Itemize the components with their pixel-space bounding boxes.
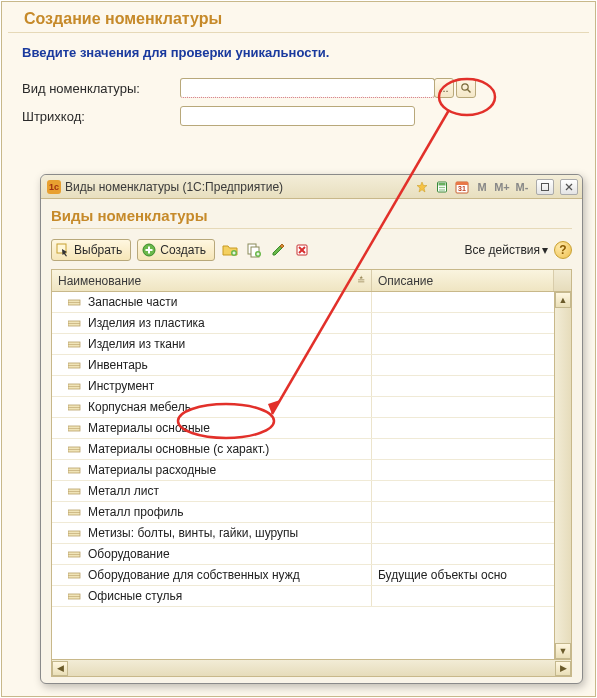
window-maximize-button[interactable] <box>536 179 554 195</box>
item-icon <box>68 549 82 559</box>
svg-rect-4 <box>439 183 446 186</box>
cell-desc <box>372 502 571 522</box>
window-titlebar[interactable]: 1c Виды номенклатуры (1С:Предприятие) 31… <box>41 175 582 199</box>
barcode-label: Штрихкод: <box>22 109 172 124</box>
cell-desc <box>372 376 571 396</box>
table-row[interactable]: Запасные части <box>52 292 571 313</box>
horizontal-scrollbar[interactable]: ◀ ▶ <box>52 659 571 676</box>
nomtype-select-button[interactable]: ... <box>434 78 454 98</box>
nomtype-input[interactable] <box>180 78 435 98</box>
scroll-down-arrow[interactable]: ▼ <box>555 643 571 659</box>
table-row[interactable]: Материалы расходные <box>52 460 571 481</box>
item-icon <box>68 507 82 517</box>
instruction-text: Введите значения для проверки уникальнос… <box>2 45 595 74</box>
favorite-icon[interactable] <box>414 179 430 195</box>
column-header-name[interactable]: Наименование ≛ <box>52 270 372 291</box>
cell-name: Оборудование <box>52 544 372 564</box>
svg-marker-2 <box>417 182 427 192</box>
scroll-corner <box>554 270 571 291</box>
plus-circle-icon <box>142 243 156 257</box>
item-icon <box>68 423 82 433</box>
table-row[interactable]: Инвентарь <box>52 355 571 376</box>
column-header-desc[interactable]: Описание <box>372 270 554 291</box>
nomtype-table: Наименование ≛ Описание Запасные частиИз… <box>51 269 572 677</box>
item-icon <box>68 528 82 538</box>
item-icon <box>68 570 82 580</box>
svg-point-8 <box>439 189 441 191</box>
item-icon <box>68 465 82 475</box>
nomtype-label: Вид номенклатуры: <box>22 81 172 96</box>
cell-name: Материалы основные <box>52 418 372 438</box>
table-row[interactable]: Оборудование <box>52 544 571 565</box>
item-icon <box>68 591 82 601</box>
cell-desc <box>372 544 571 564</box>
table-row[interactable]: Офисные стулья <box>52 586 571 607</box>
new-folder-button[interactable] <box>221 241 239 259</box>
cell-desc: Будущие объекты осно <box>372 565 571 585</box>
svg-point-6 <box>441 186 443 188</box>
cell-desc <box>372 586 571 606</box>
calculator-icon[interactable] <box>434 179 450 195</box>
cell-desc <box>372 460 571 480</box>
item-icon <box>68 360 82 370</box>
item-icon <box>68 339 82 349</box>
table-row[interactable]: Оборудование для собственных нуждБудущие… <box>52 565 571 586</box>
cell-name: Материалы расходные <box>52 460 372 480</box>
table-row[interactable]: Изделия из пластика <box>52 313 571 334</box>
scroll-right-arrow[interactable]: ▶ <box>555 661 571 676</box>
cell-name: Металл лист <box>52 481 372 501</box>
create-button-label: Создать <box>160 243 206 257</box>
cell-name: Изделия из ткани <box>52 334 372 354</box>
window-title: Виды номенклатуры (1С:Предприятие) <box>65 180 283 194</box>
sort-icon: ≛ <box>357 275 365 286</box>
window-close-button[interactable] <box>560 179 578 195</box>
table-row[interactable]: Металл профиль <box>52 502 571 523</box>
table-row[interactable]: Материалы основные (с характ.) <box>52 439 571 460</box>
table-row[interactable]: Материалы основные <box>52 418 571 439</box>
table-row[interactable]: Изделия из ткани <box>52 334 571 355</box>
nomtype-open-button[interactable] <box>456 78 476 98</box>
delete-button[interactable] <box>293 241 311 259</box>
svg-point-10 <box>443 189 445 191</box>
select-button-label: Выбрать <box>74 243 122 257</box>
item-icon <box>68 486 82 496</box>
create-button[interactable]: Создать <box>137 239 215 261</box>
svg-point-7 <box>443 186 445 188</box>
cell-name: Офисные стулья <box>52 586 372 606</box>
cell-name: Запасные части <box>52 292 372 312</box>
cell-name: Металл профиль <box>52 502 372 522</box>
table-row[interactable]: Метизы: болты, винты, гайки, шурупы <box>52 523 571 544</box>
scroll-up-arrow[interactable]: ▲ <box>555 292 571 308</box>
cell-desc <box>372 313 571 333</box>
cell-name: Инвентарь <box>52 355 372 375</box>
scroll-left-arrow[interactable]: ◀ <box>52 661 68 676</box>
help-button[interactable]: ? <box>554 241 572 259</box>
memory-m-button[interactable]: M <box>474 179 490 195</box>
item-icon <box>68 444 82 454</box>
cell-name: Инструмент <box>52 376 372 396</box>
edit-button[interactable] <box>269 241 287 259</box>
cell-desc <box>372 418 571 438</box>
barcode-input[interactable] <box>180 106 415 126</box>
cell-desc <box>372 523 571 543</box>
select-button[interactable]: Выбрать <box>51 239 131 261</box>
svg-point-5 <box>439 186 441 188</box>
cell-desc <box>372 292 571 312</box>
calendar-icon[interactable]: 31 <box>454 179 470 195</box>
item-icon <box>68 381 82 391</box>
table-row[interactable]: Корпусная мебель <box>52 397 571 418</box>
vertical-scrollbar[interactable]: ▲ ▼ <box>554 292 571 659</box>
svg-point-9 <box>441 189 443 191</box>
cell-desc <box>372 355 571 375</box>
cell-name: Материалы основные (с характ.) <box>52 439 372 459</box>
popup-toolbar: Выбрать Создать Все действия ▾ ? <box>51 237 572 263</box>
table-row[interactable]: Металл лист <box>52 481 571 502</box>
memory-mminus-button[interactable]: M- <box>514 179 530 195</box>
copy-button[interactable] <box>245 241 263 259</box>
cell-name: Оборудование для собственных нужд <box>52 565 372 585</box>
all-actions-menu[interactable]: Все действия ▾ <box>465 243 548 257</box>
app-logo-icon: 1c <box>47 180 61 194</box>
table-row[interactable]: Инструмент <box>52 376 571 397</box>
memory-mplus-button[interactable]: M+ <box>494 179 510 195</box>
cell-name: Метизы: болты, винты, гайки, шурупы <box>52 523 372 543</box>
